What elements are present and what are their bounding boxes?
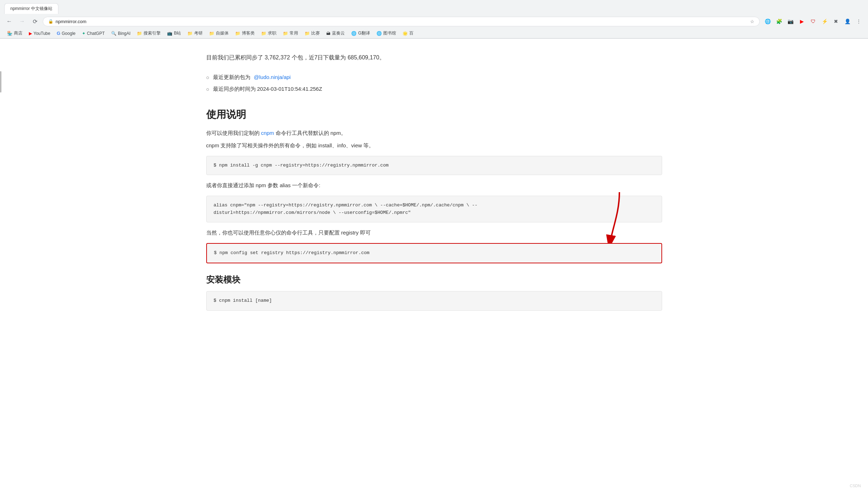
code-block-4-text: $ cnpm install [name] [214,298,272,303]
folder-icon-1: 📁 [137,31,142,36]
youtube-nav-icon[interactable]: ▶ [797,16,807,26]
chatgpt-icon: ✦ [82,31,85,36]
bookmark-library-label: 图书馆 [383,30,396,36]
list-item-sync-time-text: 最近同步的时间为 2024-03-01T10:54:41.256Z [213,85,322,93]
google-icon: G [57,31,60,36]
bookmark-lanzou[interactable]: 🏔 蓝奏云 [323,29,348,37]
install-title: 安装模块 [206,274,662,285]
bookmark-search-label: 搜索引擎 [144,30,161,36]
extension-icon1[interactable]: 🧩 [774,16,784,26]
code-block-1-text: $ npm install -g cnpm --registry=https:/… [214,163,389,168]
bookmark-kaoyan-label: 考研 [194,30,203,36]
nav-icons: 🌐 🧩 📷 ▶ 🛡 ⚡ ✖ 👤 ⋮ [763,16,864,26]
bullet-list: 最近更新的包为 @ludo.ninja/api 最近同步的时间为 2024-03… [206,73,662,94]
bookmark-chatgpt[interactable]: ✦ ChatGPT [79,30,108,37]
gtranslate-icon: 🌐 [351,31,357,36]
active-tab[interactable]: npmmirror 中文镜像站 [4,3,58,14]
profile-icon[interactable]: 👤 [842,16,852,26]
bingai-icon: 🔍 [111,31,116,36]
bookmark-bilibili-label: B站 [174,30,181,36]
page-content: 目前我们已累积同步了 3,762,372 个包，近7日下载量为 685,609,… [185,39,684,331]
bookmark-bilibili[interactable]: 📺 B站 [164,29,184,37]
bookmark-bai-label: 百 [409,30,414,36]
menu-button[interactable]: ⋮ [854,16,864,26]
code-block-3-text: $ npm config set registry https://regist… [214,250,370,256]
extension-icon3[interactable]: 🛡 [808,16,818,26]
list-item-recent-package: 最近更新的包为 @ludo.ninja/api [206,73,662,82]
usage-title: 使用说明 [206,108,662,121]
browser-chrome: npmmirror 中文镜像站 ← → ⟳ 🔒 npmmirror.com ☆ … [0,0,868,39]
bookmark-shop-label: 商店 [14,30,22,36]
bookmark-chatgpt-label: ChatGPT [87,31,105,36]
library-icon: 🌐 [376,31,382,36]
star-icon[interactable]: ☆ [750,19,754,24]
scroll-indicator [0,71,1,93]
bookmark-bisai[interactable]: 📁 比赛 [302,29,323,37]
security-icon: 🔒 [48,19,53,24]
bookmark-bingai-label: BingAI [118,31,130,36]
lanzou-icon: 🏔 [326,31,331,36]
bookmark-gtranslate[interactable]: 🌐 G翻译 [348,29,373,37]
folder-icon-6: 📁 [283,31,288,36]
tab-bar: npmmirror 中文镜像站 [0,0,868,14]
list-item-recent-package-prefix: 最近更新的包为 [213,73,250,81]
code-block-3: $ npm config set registry https://regist… [206,243,662,263]
forward-button[interactable]: → [17,16,27,26]
bookmark-youtube-label: YouTube [33,31,50,36]
bookmark-search-engine[interactable]: 📁 搜索引擎 [134,29,163,37]
code-block-2-line1: alias cnpm="npm --registry=https://regis… [214,202,655,209]
bookmark-bai[interactable]: 🌟 百 [400,29,416,37]
bilibili-icon: 📺 [167,31,172,36]
list-item-sync-time: 最近同步的时间为 2024-03-01T10:54:41.256Z [206,85,662,94]
bookmark-zimeiti-label: 自媒体 [216,30,229,36]
bookmark-gtranslate-label: G翻译 [358,30,370,36]
reload-button[interactable]: ⟳ [30,16,40,26]
code-block-4: $ cnpm install [name] [206,291,662,311]
translate-icon[interactable]: 🌐 [763,16,773,26]
alias-desc: 或者你直接通过添加 npm 参数 alias 一个新命令: [206,181,662,190]
registry-desc: 当然，你也可以使用任意你心仪的命令行工具，只要配置 registry 即可 [206,228,662,237]
folder-icon-3: 📁 [209,31,214,36]
bookmark-qiuzhi[interactable]: 📁 求职 [258,29,279,37]
bookmark-blog[interactable]: 📁 博客类 [232,29,258,37]
bookmark-common-label: 常用 [290,30,298,36]
folder-icon-2: 📁 [187,31,193,36]
bookmark-youtube[interactable]: ▶ YouTube [26,30,53,37]
usage-desc2: cnpm 支持除了写相关操作外的所有命令，例如 install、info、vie… [206,141,662,150]
stats-text: 目前我们已累积同步了 3,762,372 个包，近7日下载量为 685,609,… [206,53,662,62]
code-block-2-line2: disturl=https://npmmirror.com/mirrors/no… [214,209,655,217]
arrow-area: alias cnpm="npm --registry=https://regis… [206,196,662,223]
bookmark-google-label: Google [62,31,76,36]
bookmark-kaoyan[interactable]: 📁 考研 [184,29,206,37]
bookmark-common[interactable]: 📁 常用 [280,29,301,37]
bookmark-lanzou-label: 蓝奏云 [332,30,345,36]
highlighted-code-container: $ npm config set registry https://regist… [206,243,662,263]
shop-icon: 🏪 [7,31,12,36]
address-text: npmmirror.com [56,19,748,24]
bookmark-blog-label: 博客类 [242,30,255,36]
nav-bar: ← → ⟳ 🔒 npmmirror.com ☆ 🌐 🧩 📷 ▶ 🛡 ⚡ ✖ 👤 … [0,14,868,28]
cnpm-link[interactable]: cnpm [261,130,274,136]
code-block-1: $ npm install -g cnpm --registry=https:/… [206,156,662,175]
folder-icon-7: 📁 [305,31,310,36]
folder-icon-4: 📁 [235,31,240,36]
bookmark-google[interactable]: G Google [54,30,78,37]
bookmark-bingai[interactable]: 🔍 BingAI [108,30,133,37]
extension-icon5[interactable]: ✖ [831,16,841,26]
star-bookmark-icon: 🌟 [402,31,408,36]
bookmarks-bar: 🏪 商店 ▶ YouTube G Google ✦ ChatGPT 🔍 Bing… [0,28,868,38]
address-bar[interactable]: 🔒 npmmirror.com ☆ [43,17,760,26]
usage-desc1-suffix: 命令行工具代替默认的 npm。 [274,130,346,136]
usage-desc1: 你可以使用我们定制的 cnpm 命令行工具代替默认的 npm。 [206,128,662,138]
bookmark-zimeiti[interactable]: 📁 自媒体 [206,29,232,37]
extension-icon2[interactable]: 📷 [785,16,795,26]
back-button[interactable]: ← [4,16,14,26]
folder-icon-5: 📁 [261,31,266,36]
usage-desc1-prefix: 你可以使用我们定制的 [206,130,261,136]
bookmark-library[interactable]: 🌐 图书馆 [374,29,399,37]
package-link[interactable]: @ludo.ninja/api [254,73,291,81]
bookmark-shop[interactable]: 🏪 商店 [4,29,25,37]
code-block-2: alias cnpm="npm --registry=https://regis… [206,196,662,223]
bookmark-bisai-label: 比赛 [311,30,320,36]
extension-icon4[interactable]: ⚡ [820,16,830,26]
